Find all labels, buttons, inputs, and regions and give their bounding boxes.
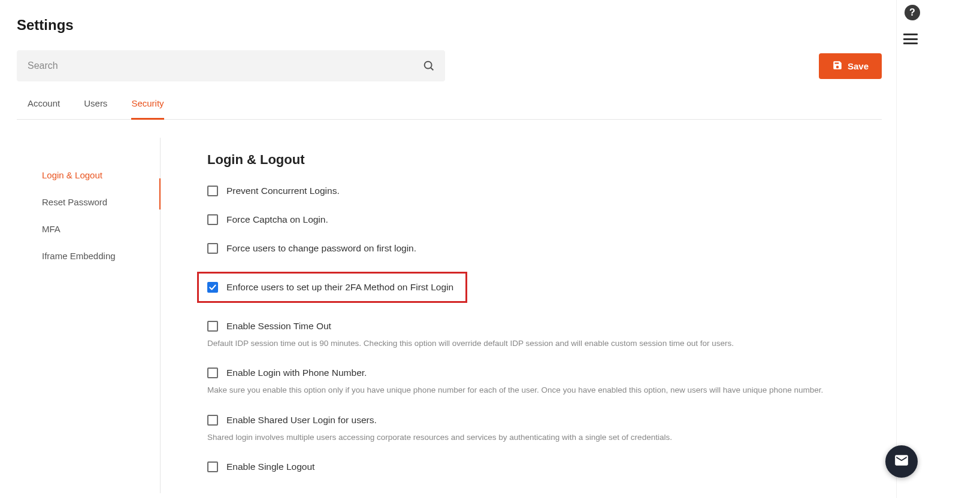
option: Enforce users to set up their 2FA Method… [207, 272, 872, 303]
sidebar-item-iframe-embedding[interactable]: Iframe Embedding [42, 242, 160, 269]
chat-fab[interactable] [885, 445, 918, 478]
save-button[interactable]: Save [819, 53, 882, 79]
option-description: Shared login involves multiple users acc… [207, 432, 872, 444]
mail-icon [894, 453, 909, 470]
option-row: Enable Single Logout [207, 461, 872, 472]
checkbox[interactable] [207, 321, 218, 332]
sidebar-item-reset-password[interactable]: Reset Password [42, 189, 160, 215]
checkbox[interactable] [207, 214, 218, 225]
option-label: Enable Login with Phone Number. [226, 368, 367, 378]
option: Force Captcha on Login. [207, 214, 872, 225]
checkbox[interactable] [207, 368, 218, 378]
option-row: Prevent Concurrent Logins. [207, 186, 872, 196]
search-field-wrap[interactable] [17, 50, 445, 81]
checkbox[interactable] [207, 415, 218, 426]
tab-security[interactable]: Security [131, 98, 164, 120]
settings-panel: Login & Logout Prevent Concurrent Logins… [161, 138, 896, 493]
option: Enable Single Logout [207, 461, 872, 472]
tab-users[interactable]: Users [84, 98, 107, 120]
option: Enable Login with Phone Number.Make sure… [207, 368, 872, 396]
sidebar-item-mfa[interactable]: MFA [42, 215, 160, 242]
tab-account[interactable]: Account [28, 98, 60, 120]
option-row: Force users to change password on first … [207, 243, 872, 254]
hamburger-menu-icon[interactable] [903, 34, 918, 44]
tabs: AccountUsersSecurity [17, 98, 882, 120]
option-label: Enforce users to set up their 2FA Method… [226, 282, 453, 293]
option-row: Enable Shared User Login for users. [207, 415, 872, 426]
option-label: Enable Single Logout [226, 461, 314, 472]
option-row: Force Captcha on Login. [207, 214, 872, 225]
option: Enable Shared User Login for users.Share… [207, 415, 872, 444]
checkbox[interactable] [207, 243, 218, 254]
search-icon [422, 59, 435, 72]
option: Prevent Concurrent Logins. [207, 186, 872, 196]
checkbox[interactable] [207, 186, 218, 196]
option: Enable Session Time OutDefault IDP sessi… [207, 321, 872, 350]
option-row: Enable Login with Phone Number. [207, 368, 872, 378]
svg-line-1 [431, 68, 433, 70]
option-label: Force users to change password on first … [226, 243, 416, 254]
checkbox[interactable] [207, 461, 218, 472]
checkbox[interactable] [207, 282, 218, 293]
save-icon [832, 60, 843, 72]
panel-title: Login & Logout [207, 152, 872, 168]
option-label: Enable Session Time Out [226, 321, 331, 332]
sidebar-item-login-logout[interactable]: Login & Logout [42, 162, 160, 189]
security-side-nav: Login & LogoutReset PasswordMFAIframe Em… [17, 138, 161, 493]
option-row: Enforce users to set up their 2FA Method… [197, 272, 467, 303]
help-icon[interactable]: ? [905, 5, 920, 20]
page-title: Settings [17, 17, 896, 34]
option-label: Prevent Concurrent Logins. [226, 186, 340, 196]
option-label: Enable Shared User Login for users. [226, 415, 377, 426]
svg-point-0 [425, 62, 432, 69]
search-input[interactable] [28, 60, 413, 71]
option-description: Make sure you enable this option only if… [207, 384, 872, 396]
option: Force users to change password on first … [207, 243, 872, 254]
option-label: Force Captcha on Login. [226, 214, 328, 225]
save-button-label: Save [848, 61, 869, 71]
right-rail: ? [896, 0, 980, 498]
option-description: Default IDP session time out is 90 minut… [207, 338, 872, 350]
option-row: Enable Session Time Out [207, 321, 872, 332]
